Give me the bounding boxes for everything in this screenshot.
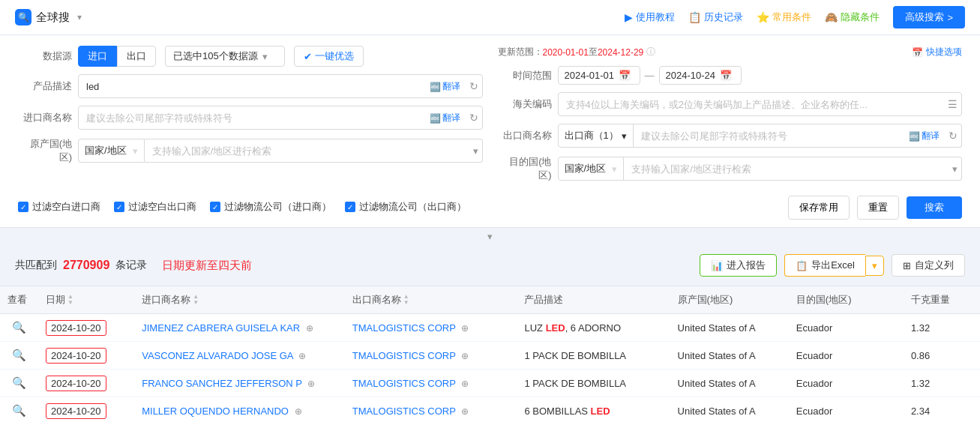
exporter-cell: TMALOGISTICS CORP ⊕ <box>345 370 517 397</box>
date-sort-icon[interactable]: ▲▼ <box>67 294 73 306</box>
time-end-input[interactable]: 2024-10-24 📅 <box>659 66 742 85</box>
filter-logistics-export-checkbox[interactable]: 过滤物流公司（出口商） <box>345 200 466 214</box>
product-cell: 6 BOMBILLAS LED <box>517 397 670 423</box>
exporter-sort-icon[interactable]: ▲▼ <box>403 294 409 306</box>
one-key-button[interactable]: ✔ 一键优选 <box>294 46 364 67</box>
exporter-refresh-icon[interactable]: ↻ <box>949 130 958 142</box>
date-cell: 2024-10-20 <box>38 342 134 370</box>
checkbox-import-icon <box>18 202 28 212</box>
exporter-link[interactable]: TMALOGISTICS CORP <box>352 322 456 334</box>
importer-link[interactable]: FRANCO SANCHEZ JEFFERSON P <box>142 378 302 389</box>
view-cell: 🔍 <box>0 397 38 423</box>
time-start-input[interactable]: 2024-01-01 📅 <box>558 66 640 85</box>
exporter-link[interactable]: TMALOGISTICS CORP <box>352 350 456 361</box>
importer-copy-icon[interactable]: ⊕ <box>295 406 302 417</box>
product-cell: 1 PACK DE BOMBILLA <box>517 370 670 397</box>
importer-link[interactable]: JIMENEZ CABRERA GUISELA KAR <box>142 322 300 334</box>
save-button[interactable]: 保存常用 <box>788 196 850 220</box>
exporter-copy-icon[interactable]: ⊕ <box>461 379 469 389</box>
product-input[interactable] <box>78 74 483 98</box>
export-dropdown-button[interactable]: ▾ <box>865 256 884 276</box>
view-button[interactable]: 🔍 <box>7 349 31 362</box>
view-button[interactable]: 🔍 <box>7 376 31 390</box>
th-dest: 目的国(地区) <box>789 286 904 314</box>
weight-cell: 2.34 <box>904 397 980 423</box>
dest-dropdown-icon[interactable]: ▾ <box>952 163 958 175</box>
results-prefix: 共匹配到 <box>15 259 57 272</box>
view-button[interactable]: 🔍 <box>7 404 31 418</box>
th-weight: 千克重量 <box>904 286 980 314</box>
exporter-translate-button[interactable]: 🔤 翻译 <box>909 130 940 142</box>
favorites-action[interactable]: ⭐ 常用条件 <box>757 10 811 24</box>
tab-export[interactable]: 出口 <box>117 46 156 67</box>
customs-input[interactable] <box>558 92 963 116</box>
importer-link[interactable]: VASCONEZ ALVARADO JOSE GA <box>142 350 293 361</box>
update-range-row: 更新范围： 2020-01-01 至 2024-12-29 ⓘ 📅 快捷选项 <box>498 46 963 58</box>
tutorial-action[interactable]: ▶ 使用教程 <box>625 10 675 24</box>
translate-button[interactable]: 🔤 翻译 <box>430 80 460 93</box>
exporter-copy-icon[interactable]: ⊕ <box>461 406 469 417</box>
tab-import[interactable]: 进口 <box>78 46 117 67</box>
quickselect-button[interactable]: 📅 快捷选项 <box>912 46 962 58</box>
export-button[interactable]: 📋 导出Excel <box>784 254 865 277</box>
weight-cell: 1.32 <box>904 314 980 342</box>
product-label: 产品描述 <box>18 79 72 93</box>
importer-copy-icon[interactable]: ⊕ <box>298 351 306 361</box>
view-cell: 🔍 <box>0 342 38 370</box>
hide-action[interactable]: 🙈 隐藏条件 <box>825 10 880 24</box>
collapse-bar[interactable]: ▾ <box>0 228 980 245</box>
advanced-search-button[interactable]: 高级搜索 > <box>893 6 965 28</box>
custom-col-button[interactable]: ⊞ 自定义列 <box>892 254 965 277</box>
importer-refresh-icon[interactable]: ↻ <box>469 112 478 124</box>
filter-logistics-import-checkbox[interactable]: 过滤物流公司（进口商） <box>210 200 331 214</box>
date-value: 2024-10-20 <box>46 376 106 391</box>
importer-sort-icon[interactable]: ▲▼ <box>193 294 199 306</box>
importer-copy-icon[interactable]: ⊕ <box>306 323 313 334</box>
customs-list-icon[interactable]: ☰ <box>948 98 958 110</box>
date-value: 2024-10-20 <box>46 403 106 419</box>
history-action[interactable]: 📋 历史记录 <box>688 10 743 24</box>
calendar-end-icon: 📅 <box>720 70 732 81</box>
reset-button[interactable]: 重置 <box>857 196 899 220</box>
calendar-icon: 📅 <box>619 70 631 81</box>
exporter-copy-icon[interactable]: ⊕ <box>461 323 469 334</box>
search-button[interactable]: 搜索 <box>907 196 962 219</box>
origin-row: 原产国(地区) 国家/地区 ▾ ▾ <box>18 137 483 164</box>
importer-translate-button[interactable]: 🔤 翻译 <box>430 112 460 124</box>
table-row: 🔍 2024-10-20 MILLER OQUENDO HERNANDO ⊕ T… <box>0 397 980 423</box>
exporter-link[interactable]: TMALOGISTICS CORP <box>352 406 456 417</box>
importer-input-wrap: 🔤 翻译 ↻ <box>78 106 483 130</box>
customs-row: 海关编码 ☰ <box>498 92 963 116</box>
importer-copy-icon[interactable]: ⊕ <box>307 379 315 389</box>
th-date[interactable]: 日期 ▲▼ <box>38 286 134 314</box>
dest-country-select[interactable]: 国家/地区 ▾ <box>558 157 625 181</box>
filter-import-checkbox[interactable]: 过滤空白进口商 <box>18 200 100 214</box>
dropdown-arrow-icon[interactable]: ▾ <box>77 12 82 22</box>
date-value: 2024-10-20 <box>46 348 106 364</box>
export-wrap: 📋 导出Excel ▾ <box>784 254 884 277</box>
filter-export-checkbox[interactable]: 过滤空白出口商 <box>114 200 196 214</box>
origin-country-input[interactable] <box>145 139 483 163</box>
checkbox-logistics-export-icon <box>345 202 355 212</box>
origin-dropdown-icon[interactable]: ▾ <box>473 145 478 157</box>
th-exporter[interactable]: 出口商名称 ▲▼ <box>345 286 517 314</box>
importer-input[interactable] <box>78 106 483 130</box>
star-icon: ⭐ <box>757 11 769 23</box>
th-importer[interactable]: 进口商名称 ▲▼ <box>134 286 345 314</box>
filter-row: 过滤空白进口商 过滤空白出口商 过滤物流公司（进口商） 过滤物流公司（出口商） <box>18 194 466 218</box>
exporter-link[interactable]: TMALOGISTICS CORP <box>352 378 456 389</box>
dest-country-input[interactable] <box>624 157 962 181</box>
origin-cell: United States of A <box>670 314 789 342</box>
origin-chevron-icon: ▾ <box>133 145 138 157</box>
exporter-select[interactable]: 出口商（1） ▾ <box>558 124 634 148</box>
view-button[interactable]: 🔍 <box>7 321 31 334</box>
exporter-copy-icon[interactable]: ⊕ <box>461 351 469 361</box>
product-row: 产品描述 🔤 翻译 ↻ <box>18 74 483 98</box>
refresh-icon[interactable]: ↻ <box>469 80 478 92</box>
report-button[interactable]: 📊 进入报告 <box>700 254 777 277</box>
translate-icon2: 🔤 <box>430 112 441 123</box>
translate-icon: 🔤 <box>430 81 441 91</box>
datasource-select[interactable]: 已选中105个数据源 ▾ <box>165 46 285 67</box>
origin-country-select[interactable]: 国家/地区 ▾ <box>78 139 145 163</box>
importer-link[interactable]: MILLER OQUENDO HERNANDO <box>142 406 289 417</box>
